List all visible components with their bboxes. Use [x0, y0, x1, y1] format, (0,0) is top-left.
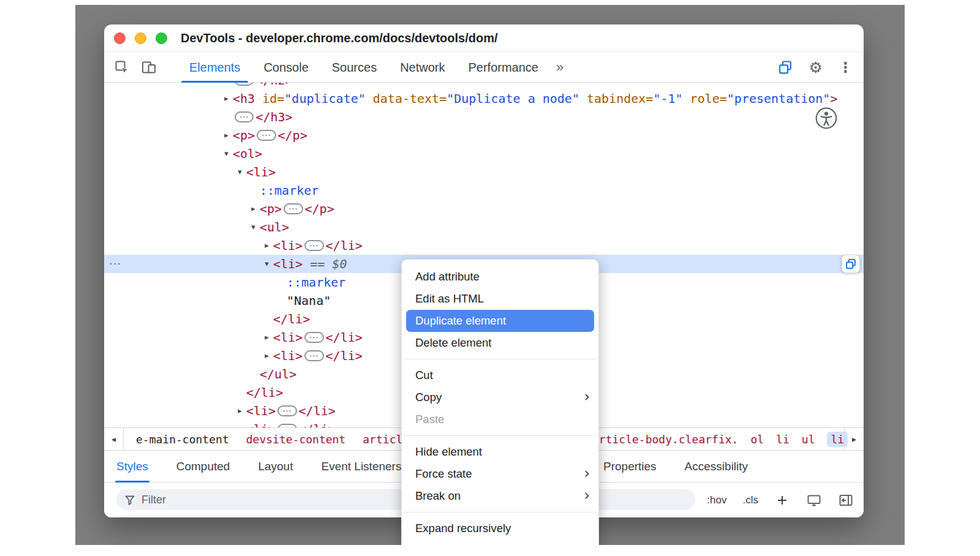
filter-placeholder: Filter [141, 494, 166, 506]
breadcrumb-item-li[interactable]: li [776, 433, 790, 446]
dom-row[interactable]: ▸<h3 id="duplicate" data-text="Duplicate… [104, 89, 864, 108]
collapse-sidebar-icon[interactable] [838, 492, 854, 508]
code-token-value: "presentation" [727, 91, 831, 106]
code-token-plain [325, 257, 332, 271]
expand-arrow-icon[interactable]: ▸ [221, 89, 232, 108]
menu-item-copy[interactable]: Copy› [402, 386, 598, 408]
breadcrumb-scroll-left-icon[interactable]: ◂ [104, 428, 124, 450]
menu-item-force-state[interactable]: Force state› [402, 463, 598, 485]
kebab-menu-icon[interactable]: ⋮ [839, 59, 853, 75]
tab-computed[interactable]: Computed [176, 451, 230, 483]
expand-inline-icon[interactable]: ··· [304, 350, 323, 361]
menu-item-paste[interactable]: Paste [402, 408, 598, 430]
tab-layout[interactable]: Layout [258, 451, 293, 483]
close-window-button[interactable] [114, 32, 126, 44]
dom-row[interactable]: ···</h3> [104, 108, 864, 126]
collapse-arrow-icon[interactable]: ▾ [221, 145, 232, 163]
window-controls [114, 32, 167, 44]
expand-inline-icon[interactable]: ··· [235, 111, 254, 122]
menu-item-collapse-children[interactable]: Collapse children [402, 539, 598, 545]
menu-item-cut[interactable]: Cut [402, 364, 598, 386]
expand-inline-icon[interactable]: ··· [235, 83, 254, 86]
tab-network[interactable]: Network [388, 52, 456, 83]
expand-arrow-icon[interactable]: ▸ [248, 200, 258, 218]
tab-event-listeners[interactable]: Event Listeners [321, 451, 401, 483]
code-token-tag: <li> [246, 422, 276, 427]
code-token-tag: </ul> [260, 367, 296, 381]
breadcrumb-item-e-main-content[interactable]: e-main-content [136, 433, 229, 446]
code-token-tag: </h3> [255, 110, 292, 124]
toggle-hover-state-button[interactable]: :hov [707, 494, 726, 506]
expand-arrow-icon[interactable]: ▸ [262, 236, 272, 255]
panel-tabs: ElementsConsoleSourcesNetworkPerformance [178, 52, 550, 83]
code-token-tag: <li> [273, 238, 303, 253]
menu-item-break-on[interactable]: Break on› [402, 485, 598, 507]
menu-separator [403, 512, 597, 513]
expand-arrow-icon[interactable]: ▸ [235, 402, 245, 420]
zoom-window-button[interactable] [156, 32, 167, 44]
expand-inline-icon[interactable]: ··· [277, 405, 296, 416]
dom-row[interactable]: ···</h2> [104, 83, 864, 89]
expand-arrow-icon[interactable]: ▸ [235, 420, 245, 427]
dom-row[interactable]: ▸<li>···</li> [104, 236, 864, 255]
breadcrumb-item-devsite-content[interactable]: devsite-content [246, 433, 346, 446]
settings-gear-icon[interactable]: ⚙ [809, 59, 823, 77]
menu-item-duplicate-element[interactable]: Duplicate element [406, 310, 594, 332]
menu-item-expand-recursively[interactable]: Expand recursively [402, 517, 598, 539]
menu-item-hide-element[interactable]: Hide element [402, 441, 598, 463]
menu-separator [403, 359, 597, 359]
duplicate-element-badge-icon[interactable] [842, 255, 860, 273]
collapse-arrow-icon[interactable]: ▾ [235, 163, 245, 181]
filter-funnel-icon [124, 494, 135, 505]
row-more-actions-icon[interactable]: ··· [109, 255, 121, 273]
breadcrumb-item-ul[interactable]: ul [802, 433, 815, 446]
dom-row[interactable]: ::marker [104, 181, 864, 200]
tab-console[interactable]: Console [252, 52, 320, 83]
collapse-arrow-icon[interactable]: ▾ [262, 255, 272, 273]
menu-item-delete-element[interactable]: Delete element [402, 332, 598, 354]
toggle-class-button[interactable]: .cls [743, 494, 759, 506]
tab-performance[interactable]: Performance [457, 52, 551, 83]
expand-arrow-icon[interactable]: ▸ [221, 126, 232, 145]
expand-arrow-icon[interactable]: ▸ [262, 347, 272, 365]
inspect-element-icon[interactable] [114, 59, 130, 75]
code-token-pseudo: ::marker [260, 183, 318, 198]
duplicate-element-feature-icon[interactable] [777, 59, 793, 75]
rendering-monitor-icon[interactable] [806, 492, 822, 508]
code-token-tag: </li> [326, 348, 363, 363]
breadcrumb-item-ol[interactable]: ol [750, 433, 764, 446]
code-token-attr: id= [255, 91, 284, 106]
code-token-attr: role= [683, 91, 727, 106]
code-token-tag: <li> [246, 404, 276, 418]
dom-row[interactable]: ▾<li> [104, 163, 864, 181]
styles-tabs-right-group: PropertiesAccessibility [603, 451, 748, 482]
menu-item-edit-as-html[interactable]: Edit as HTML [402, 288, 598, 310]
device-toolbar-icon[interactable] [141, 59, 157, 75]
dom-row[interactable]: ▾<ul> [104, 218, 864, 236]
expand-arrow-icon[interactable]: ▸ [262, 328, 272, 347]
dom-row[interactable]: ▾<ol> [104, 145, 864, 163]
expand-inline-icon[interactable]: ··· [304, 332, 323, 343]
accessibility-icon[interactable] [815, 107, 838, 130]
dom-row[interactable]: ▸<p>···</p> [104, 126, 864, 145]
styles-tabs-left-group: StylesComputedLayoutEvent Listeners [116, 451, 401, 482]
breadcrumb-scroll-right-icon[interactable]: ▸ [844, 428, 864, 450]
tab-properties[interactable]: Properties [603, 451, 657, 483]
tab-elements[interactable]: Elements [178, 52, 252, 83]
tab-styles[interactable]: Styles [116, 451, 148, 483]
code-token-tag: <ul> [260, 220, 289, 235]
tab-accessibility[interactable]: Accessibility [685, 451, 748, 483]
expand-inline-icon[interactable]: ··· [284, 203, 303, 214]
code-token-tag: <li> [273, 330, 303, 345]
collapse-arrow-icon[interactable]: ▾ [248, 218, 258, 236]
menu-item-add-attribute[interactable]: Add attribute [402, 266, 598, 288]
minimize-window-button[interactable] [135, 32, 146, 44]
new-style-rule-icon[interactable] [774, 492, 790, 508]
tab-sources[interactable]: Sources [320, 52, 388, 83]
more-tabs-icon[interactable]: » [556, 59, 564, 75]
expand-inline-icon[interactable]: ··· [304, 240, 323, 251]
submenu-arrow-icon: › [584, 386, 590, 408]
dom-row[interactable]: ▸<p>···</p> [104, 200, 864, 218]
breadcrumb-item-article-body-clearfix[interactable]: article-body.clearfix. [592, 433, 738, 446]
expand-inline-icon[interactable]: ··· [257, 130, 276, 141]
